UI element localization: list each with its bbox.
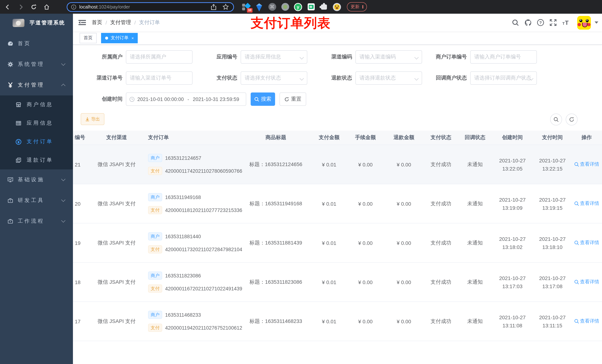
chevron-down-icon bbox=[414, 76, 419, 81]
date-range-picker[interactable]: 2021-10-01 00:00:00 - 2021-10-31 23:59:5… bbox=[126, 93, 246, 106]
pay-badge: 支付 bbox=[148, 206, 162, 214]
view-detail-label: 查看详情 bbox=[580, 279, 599, 285]
sidebar-item-3[interactable]: 商户信息 bbox=[0, 95, 73, 114]
filter-group-5: 支付状态请选择支付状态 bbox=[195, 71, 310, 85]
profile-emoji-icon[interactable] bbox=[333, 3, 341, 11]
screenshot-stage: localhost:1024/pay/order 10 ⌘ y bbox=[0, 0, 602, 364]
filter-select[interactable]: 请选择支付状态 bbox=[241, 71, 307, 85]
site-info-icon[interactable] bbox=[71, 4, 76, 10]
reload-icon[interactable] bbox=[30, 3, 38, 11]
breadcrumb-item-0[interactable]: 首页 bbox=[92, 19, 102, 26]
extension-diamond-icon[interactable]: 10 bbox=[242, 3, 250, 11]
view-detail-link[interactable]: 查看详情 bbox=[574, 318, 599, 325]
browser-menu-icon[interactable]: ••• bbox=[362, 5, 363, 9]
sidebar-item-label: 支付管理 bbox=[18, 82, 44, 88]
filter-input[interactable]: 请输入商户订单编号 bbox=[470, 50, 537, 64]
cell-refund: ¥ 0.00 bbox=[385, 279, 423, 285]
toggle-search-button[interactable] bbox=[550, 114, 562, 125]
pay-order-no: 4200001181202110277723215336 bbox=[165, 207, 242, 213]
header-search-icon[interactable] bbox=[511, 19, 519, 27]
github-icon[interactable] bbox=[524, 19, 532, 27]
search-button-label: 搜索 bbox=[261, 96, 271, 103]
extensions-puzzle-icon[interactable] bbox=[320, 3, 328, 11]
home-icon[interactable] bbox=[43, 3, 51, 11]
tab-1[interactable]: 支付订单× bbox=[101, 33, 138, 43]
sidebar-item-9[interactable]: 工作流程 bbox=[0, 211, 73, 232]
filter-select[interactable]: 请输入渠道编码 bbox=[355, 50, 422, 64]
help-icon[interactable]: ? bbox=[537, 19, 545, 27]
cell-notify: 未通知 bbox=[459, 279, 491, 285]
refresh-table-button[interactable] bbox=[566, 114, 578, 125]
filter-select[interactable]: 请选择订单回调商户状态 bbox=[470, 71, 537, 85]
view-detail-link[interactable]: 查看详情 bbox=[574, 161, 599, 168]
filter-input[interactable]: 请输入渠道订单号 bbox=[126, 71, 193, 85]
placeholder-text: 请选择订单回调商户状态 bbox=[474, 75, 531, 81]
cell-id: 20 bbox=[73, 201, 91, 207]
view-detail-link[interactable]: 查看详情 bbox=[574, 239, 599, 246]
sidebar-item-5[interactable]: 支付订单 bbox=[0, 132, 73, 151]
view-detail-link[interactable]: 查看详情 bbox=[574, 200, 599, 207]
view-detail-label: 查看详情 bbox=[580, 318, 599, 325]
font-size-icon[interactable]: TT bbox=[562, 19, 570, 27]
filter-group-7: 回调商户状态请选择订单回调商户状态 bbox=[425, 71, 540, 85]
address-bar[interactable]: localhost:1024/pay/order bbox=[67, 2, 234, 12]
extension-command-icon[interactable]: ⌘ bbox=[268, 3, 276, 11]
cell-notify: 未通知 bbox=[459, 200, 491, 207]
avatar-dropdown-icon[interactable] bbox=[595, 21, 598, 24]
chrome-update-button[interactable]: 更新 ••• bbox=[347, 2, 367, 11]
extension-yuque-icon[interactable]: y bbox=[294, 3, 302, 11]
cell-id: 19 bbox=[73, 240, 91, 246]
filter-input[interactable]: 请选择所属商户 bbox=[126, 50, 193, 64]
filter-select[interactable]: 请选择退款状态 bbox=[355, 71, 422, 85]
sidebar-item-0[interactable]: 首页 bbox=[0, 33, 73, 54]
cell-title: 标题：1635311823086 bbox=[239, 279, 312, 285]
export-button[interactable]: 导出 bbox=[81, 113, 104, 125]
cell-fee: ¥ 0.00 bbox=[346, 279, 385, 285]
dashboard-icon bbox=[7, 41, 13, 47]
tab-active-dot bbox=[105, 36, 108, 39]
sidebar-item-7[interactable]: 基础设施 bbox=[0, 169, 73, 190]
cell-title: 标题：1635312124656 bbox=[239, 161, 312, 168]
sidebar-item-2[interactable]: 支付管理 bbox=[0, 75, 73, 95]
sidebar-item-label: 工作流程 bbox=[18, 218, 44, 225]
filter-group-2: 渠道编码请输入渠道编码 bbox=[310, 50, 425, 64]
briefcase-icon bbox=[7, 218, 13, 224]
search-button[interactable]: 搜索 bbox=[251, 93, 275, 106]
table-row-2: 19微信 JSAPI 支付商户1635311881440支付4200001173… bbox=[73, 223, 602, 263]
filter-label: 商户订单编号 bbox=[425, 54, 470, 60]
extension-chat-icon[interactable] bbox=[307, 3, 315, 11]
forward-icon[interactable] bbox=[17, 3, 25, 11]
share-icon[interactable] bbox=[210, 3, 218, 11]
extension-kite-icon[interactable] bbox=[255, 3, 263, 11]
chevron-down-icon bbox=[61, 218, 65, 223]
sidebar-item-label: 基础设施 bbox=[18, 177, 44, 183]
breadcrumb-item-1[interactable]: 支付管理 bbox=[110, 19, 131, 26]
extension-record-icon[interactable] bbox=[281, 3, 289, 11]
filter-group-0: 所属商户请选择所属商户 bbox=[81, 50, 195, 64]
merchant-order-no: 1635311949168 bbox=[165, 194, 201, 200]
reset-button[interactable]: 重置 bbox=[280, 93, 306, 106]
back-icon[interactable] bbox=[4, 3, 12, 11]
cell-notify: 未通知 bbox=[459, 161, 491, 168]
bookmark-star-icon[interactable] bbox=[221, 3, 230, 11]
sidebar-item-8[interactable]: 研发工具 bbox=[0, 190, 73, 211]
url-text: localhost:1024/pay/order bbox=[79, 4, 130, 10]
tab-close-icon[interactable]: × bbox=[131, 36, 134, 40]
collapse-sidebar-icon[interactable] bbox=[78, 19, 86, 26]
view-detail-label: 查看详情 bbox=[580, 200, 599, 207]
sidebar-item-6[interactable]: 退款订单 bbox=[0, 151, 73, 169]
fullscreen-icon[interactable] bbox=[549, 19, 557, 27]
cell-pay-order: 商户1635311823086支付42000011672021102710224… bbox=[142, 271, 239, 293]
filter-select[interactable]: 请选择应用信息 bbox=[241, 50, 307, 64]
sidebar-item-4[interactable]: 应用信息 bbox=[0, 114, 73, 132]
cell-status: 支付成功 bbox=[423, 200, 459, 207]
merchant-badge: 商户 bbox=[148, 232, 162, 240]
chevron-down-icon bbox=[300, 76, 304, 81]
user-avatar[interactable] bbox=[577, 16, 591, 29]
sidebar-item-label: 系统管理 bbox=[18, 61, 44, 68]
sidebar-logo[interactable]: 芋道管理系统 bbox=[0, 14, 73, 32]
tab-0[interactable]: 首页 bbox=[80, 33, 97, 43]
view-detail-link[interactable]: 查看详情 bbox=[574, 279, 599, 285]
sidebar-item-1[interactable]: 系统管理 bbox=[0, 54, 73, 75]
placeholder-text: 请选择应用信息 bbox=[245, 54, 281, 60]
